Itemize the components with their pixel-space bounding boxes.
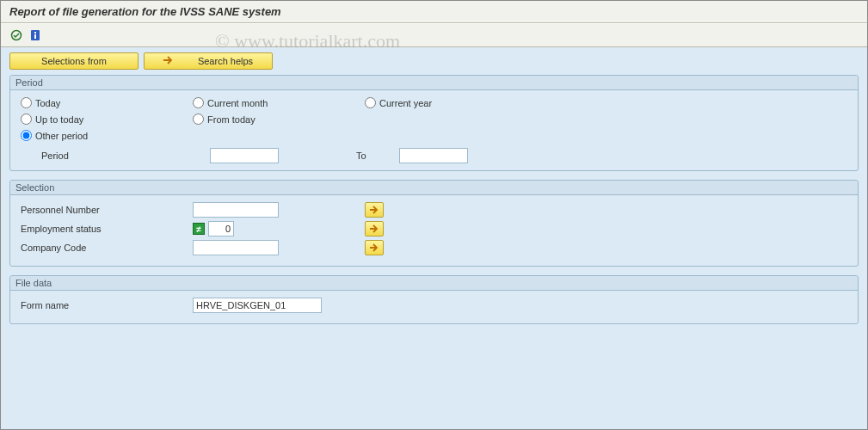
radio-current-month-input[interactable] <box>193 97 204 108</box>
form-name-input[interactable] <box>193 298 322 313</box>
company-code-input[interactable] <box>193 240 279 255</box>
radio-other-period-input[interactable] <box>21 130 32 141</box>
selection-group-title: Selection <box>10 181 858 195</box>
period-group-title: Period <box>10 76 858 90</box>
radio-up-to-today-input[interactable] <box>21 114 32 125</box>
search-helps-button[interactable]: Search helps <box>144 52 273 70</box>
radio-from-today[interactable]: From today <box>193 114 365 125</box>
app-toolbar <box>1 23 867 47</box>
radio-today-label: Today <box>35 98 60 108</box>
radio-from-today-input[interactable] <box>193 114 204 125</box>
radio-current-month-label: Current month <box>207 98 268 108</box>
personnel-number-label: Personnel Number <box>21 205 193 215</box>
period-radio-grid: Today Current month Current year Up to t… <box>21 97 847 141</box>
arrow-right-icon <box>163 56 174 66</box>
radio-up-to-today[interactable]: Up to today <box>21 114 193 125</box>
company-code-multiple-button[interactable] <box>365 240 384 255</box>
svg-rect-2 <box>34 32 36 34</box>
radio-other-period[interactable]: Other period <box>21 130 193 141</box>
employment-status-input[interactable] <box>208 221 234 236</box>
selections-from-label: Selections from <box>41 56 107 66</box>
employment-status-row: Employment status ≠ <box>21 221 847 236</box>
period-to-label: To <box>356 150 391 161</box>
period-date-row: Period To <box>21 148 847 163</box>
search-helps-label: Search helps <box>198 56 253 66</box>
personnel-number-input[interactable] <box>193 202 279 218</box>
personnel-number-multiple-button[interactable] <box>365 202 384 218</box>
period-from-input[interactable] <box>210 148 279 163</box>
svg-rect-3 <box>34 34 36 39</box>
form-name-label: Form name <box>21 300 193 310</box>
content-area: Selections from Search helps Period Toda… <box>1 47 867 338</box>
radio-current-year[interactable]: Current year <box>365 97 537 108</box>
not-equal-icon[interactable]: ≠ <box>193 223 205 235</box>
file-data-group: File data Form name <box>9 275 859 324</box>
radio-today[interactable]: Today <box>21 97 193 108</box>
file-data-group-title: File data <box>10 276 858 291</box>
period-label: Period <box>41 150 201 161</box>
form-name-row: Form name <box>21 298 847 313</box>
page-title: Report of file generation for the IVSS S… <box>1 1 867 23</box>
button-row: Selections from Search helps <box>9 52 859 70</box>
period-to-input[interactable] <box>399 148 468 163</box>
radio-current-month[interactable]: Current month <box>193 97 365 108</box>
radio-current-year-input[interactable] <box>365 97 376 108</box>
selection-group: Selection Personnel Number Employment st… <box>9 180 859 267</box>
company-code-row: Company Code <box>21 240 847 255</box>
radio-today-input[interactable] <box>21 97 32 108</box>
employment-status-label: Employment status <box>21 224 193 234</box>
radio-from-today-label: From today <box>207 114 255 125</box>
company-code-label: Company Code <box>21 243 193 253</box>
radio-other-period-label: Other period <box>35 131 88 141</box>
selections-from-button[interactable]: Selections from <box>9 52 139 70</box>
info-icon[interactable] <box>27 27 44 44</box>
employment-status-multiple-button[interactable] <box>365 221 384 236</box>
radio-up-to-today-label: Up to today <box>35 114 83 125</box>
radio-current-year-label: Current year <box>379 98 432 108</box>
execute-icon[interactable] <box>8 27 25 44</box>
period-group: Period Today Current month Current year … <box>9 75 859 171</box>
title-text: Report of file generation for the IVSS S… <box>9 5 281 18</box>
personnel-number-row: Personnel Number <box>21 202 847 218</box>
